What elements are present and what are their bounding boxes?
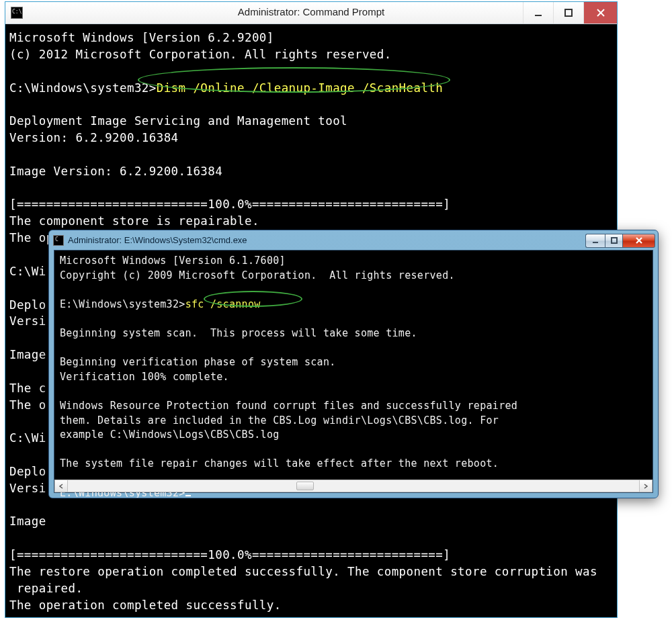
terminal-line: repaired. [9, 582, 83, 595]
terminal-line-truncated: Deplo [9, 298, 46, 312]
terminal-line: Microsoft Windows [Version 6.1.7600] [60, 255, 286, 267]
maximize-button[interactable] [553, 2, 583, 24]
scrollbar-track[interactable] [68, 480, 639, 492]
terminal-line: Beginning system scan. This process will… [60, 327, 417, 339]
terminal-line: Copyright (c) 2009 Microsoft Corporation… [60, 269, 455, 281]
terminal-prompt: E:\Windows\system32> [60, 298, 185, 310]
scroll-right-button[interactable] [639, 480, 652, 492]
terminal-line-truncated: C:\Wi [9, 431, 46, 445]
close-icon [635, 236, 643, 244]
maximize-icon [611, 237, 618, 244]
win8-titlebar[interactable]: Administrator: Command Prompt [5, 2, 617, 24]
terminal-line: Microsoft Windows [Version 6.2.9200] [9, 31, 274, 44]
win7-titlebar[interactable]: Administrator: E:\Windows\System32\cmd.e… [49, 230, 658, 250]
minimize-button[interactable] [585, 234, 605, 248]
scrollbar-thumb[interactable] [296, 482, 314, 490]
chevron-right-icon [643, 484, 648, 489]
cmd-icon [11, 7, 23, 19]
terminal-line: Deployment Image Servicing and Managemen… [9, 114, 347, 128]
maximize-icon [564, 9, 573, 17]
terminal-line: Verification 100% complete. [60, 371, 229, 383]
progress-bar-text: [==========================100.0%=======… [9, 548, 450, 562]
terminal-line: The system file repair changes will take… [60, 457, 499, 469]
terminal-line: Windows Resource Protection found corrup… [60, 400, 517, 412]
terminal-line: Image Version: 6.2.9200.16384 [9, 165, 222, 178]
scroll-left-button[interactable] [55, 480, 68, 492]
entered-command: Dism /Online /Cleanup-Image /ScanHealth [157, 81, 444, 95]
terminal-line: example C:\Windows\Logs\CBS\CBS.log [60, 429, 280, 441]
close-icon [597, 9, 605, 17]
progress-bar-text: [==========================100.0%=======… [9, 197, 450, 211]
close-button[interactable] [583, 2, 617, 24]
chevron-left-icon [58, 484, 64, 489]
maximize-button[interactable] [605, 234, 623, 248]
terminal-line-truncated: The c [9, 382, 46, 395]
terminal-line: Beginning verification phase of system s… [60, 356, 336, 368]
win8-window-title: Administrator: Command Prompt [238, 6, 384, 17]
terminal-prompt: C:\Windows\system32> [9, 81, 157, 95]
entered-command: sfc /scannow [185, 298, 261, 310]
win7-window-title: Administrator: E:\Windows\System32\cmd.e… [68, 235, 247, 245]
terminal-line: The restore operation completed successf… [9, 565, 597, 578]
terminal-line: The component store is repairable. [9, 214, 259, 228]
win7-terminal-body[interactable]: Microsoft Windows [Version 6.1.7600] Cop… [54, 250, 653, 493]
close-button[interactable] [623, 234, 655, 248]
terminal-line: (c) 2012 Microsoft Corporation. All righ… [9, 48, 392, 61]
minimize-icon [592, 237, 599, 244]
terminal-line: Version: 6.2.9200.16384 [9, 131, 179, 144]
terminal-line-truncated: The o [9, 398, 46, 412]
terminal-line-truncated: C:\Wi [9, 265, 46, 278]
terminal-line-truncated: Image [9, 348, 46, 361]
terminal-line-truncated: Deplo [9, 465, 46, 478]
terminal-line-truncated: Versi [9, 314, 46, 328]
cursor [185, 495, 191, 496]
win8-window-controls [523, 2, 617, 24]
terminal-line: The operation completed successfully. [9, 598, 282, 612]
svg-rect-1 [565, 9, 572, 16]
minimize-icon [534, 9, 542, 17]
svg-rect-5 [612, 238, 617, 243]
command-prompt-window-win7: Administrator: E:\Windows\System32\cmd.e… [48, 230, 659, 498]
terminal-line-truncated: Image [9, 514, 46, 528]
terminal-line: them. Details are included in the CBS.Lo… [60, 414, 499, 427]
minimize-button[interactable] [523, 2, 553, 24]
terminal-line-truncated: Versi [9, 482, 46, 495]
cmd-icon [53, 235, 64, 246]
win7-window-controls [585, 233, 658, 248]
horizontal-scrollbar[interactable] [54, 480, 653, 492]
